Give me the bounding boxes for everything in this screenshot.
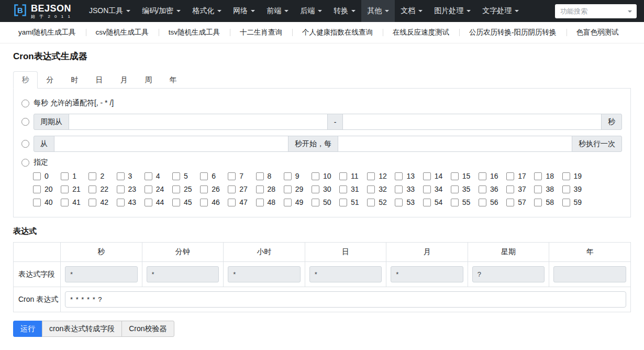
second-checkbox[interactable]	[228, 172, 236, 180]
second-checkbox-item[interactable]: 4	[145, 172, 172, 180]
second-checkbox-item[interactable]: 24	[145, 185, 172, 193]
second-checkbox-item[interactable]: 41	[61, 198, 88, 206]
second-checkbox-item[interactable]: 39	[562, 185, 590, 193]
second-checkbox-item[interactable]: 36	[479, 185, 506, 193]
second-checkbox-item[interactable]: 30	[312, 185, 339, 193]
second-checkbox-item[interactable]: 46	[200, 198, 228, 206]
second-checkbox-item[interactable]: 38	[534, 185, 562, 193]
second-checkbox[interactable]	[200, 185, 208, 193]
quick-link-color-blind-test[interactable]: 色盲色弱测试	[567, 28, 629, 37]
nav-item-backend[interactable]: 后端	[294, 0, 328, 22]
second-checkbox-item[interactable]: 28	[256, 185, 284, 193]
second-checkbox-item[interactable]: 50	[312, 198, 339, 206]
second-checkbox-item[interactable]: 44	[145, 198, 172, 206]
search-input[interactable]	[555, 4, 637, 18]
second-checkbox-item[interactable]: 56	[479, 198, 506, 206]
second-checkbox[interactable]	[367, 185, 375, 193]
second-checkbox-item[interactable]: 1	[61, 172, 88, 180]
field-day-input[interactable]	[309, 266, 382, 282]
nav-item-frontend[interactable]: 前端	[261, 0, 294, 22]
second-checkbox-item[interactable]: 55	[451, 198, 479, 206]
second-checkbox[interactable]	[88, 172, 96, 180]
second-checkbox-item[interactable]: 3	[117, 172, 145, 180]
second-checkbox-item[interactable]: 10	[312, 172, 339, 180]
specify-radio[interactable]	[21, 159, 29, 167]
second-checkbox-item[interactable]: 8	[256, 172, 284, 180]
quick-link-health-index[interactable]: 个人健康指数在线查询	[292, 28, 383, 37]
second-checkbox[interactable]	[145, 172, 152, 180]
cron-to-fields-button[interactable]: cron表达式转成字段	[42, 321, 122, 337]
second-checkbox[interactable]	[423, 172, 431, 180]
chevron-down-icon[interactable]	[628, 10, 632, 13]
second-checkbox-item[interactable]: 9	[284, 172, 312, 180]
second-checkbox-item[interactable]: 11	[339, 172, 367, 180]
second-checkbox-item[interactable]: 57	[506, 198, 534, 206]
nav-item-other[interactable]: 其他	[361, 0, 395, 22]
field-minute-input[interactable]	[147, 266, 219, 282]
second-checkbox[interactable]	[451, 199, 459, 206]
second-checkbox[interactable]	[423, 185, 431, 193]
second-checkbox-item[interactable]: 34	[423, 185, 451, 193]
run-button[interactable]: 运行	[13, 321, 42, 337]
second-checkbox-item[interactable]: 47	[228, 198, 256, 206]
second-checkbox[interactable]	[172, 172, 180, 180]
second-checkbox[interactable]	[61, 172, 69, 180]
second-checkbox[interactable]	[228, 185, 236, 193]
second-checkbox[interactable]	[534, 172, 542, 180]
second-checkbox-item[interactable]: 51	[339, 198, 367, 206]
second-checkbox-item[interactable]: 27	[228, 185, 256, 193]
second-checkbox-item[interactable]: 22	[88, 185, 116, 193]
cycle-radio[interactable]	[21, 118, 29, 126]
quick-link-csv[interactable]: csv随机生成工具	[86, 28, 159, 37]
second-checkbox-item[interactable]: 59	[562, 198, 590, 206]
nav-item-image-processing[interactable]: 图片处理	[428, 0, 476, 22]
tab-year[interactable]: 年	[161, 71, 185, 89]
field-month-input[interactable]	[391, 266, 463, 282]
interval-start-input[interactable]	[54, 136, 288, 152]
second-checkbox[interactable]	[145, 185, 152, 193]
second-checkbox[interactable]	[284, 172, 292, 180]
second-checkbox[interactable]	[33, 185, 41, 193]
second-checkbox[interactable]	[172, 199, 180, 206]
quick-link-reaction-test[interactable]: 在线反应速度测试	[383, 28, 459, 37]
second-checkbox-item[interactable]: 14	[423, 172, 451, 180]
second-checkbox-item[interactable]: 17	[506, 172, 534, 180]
second-checkbox[interactable]	[284, 185, 292, 193]
second-checkbox[interactable]	[562, 172, 570, 180]
second-checkbox-item[interactable]: 29	[284, 185, 312, 193]
second-checkbox-item[interactable]: 52	[367, 198, 395, 206]
quick-link-tsv[interactable]: tsv随机生成工具	[159, 28, 230, 37]
second-checkbox[interactable]	[312, 199, 319, 206]
second-checkbox[interactable]	[33, 172, 41, 180]
second-checkbox-item[interactable]: 0	[33, 172, 61, 180]
second-checkbox[interactable]	[200, 199, 208, 206]
nav-item-docs[interactable]: 文档	[395, 0, 428, 22]
second-checkbox[interactable]	[117, 185, 125, 193]
second-checkbox-item[interactable]: 58	[534, 198, 562, 206]
second-checkbox-item[interactable]: 45	[172, 198, 200, 206]
second-checkbox[interactable]	[451, 172, 459, 180]
tab-minute[interactable]: 分	[38, 71, 62, 89]
second-checkbox-item[interactable]: 25	[172, 185, 200, 193]
second-checkbox-item[interactable]: 33	[395, 185, 423, 193]
second-checkbox-item[interactable]: 23	[117, 185, 145, 193]
second-checkbox[interactable]	[61, 185, 69, 193]
second-checkbox[interactable]	[562, 199, 570, 206]
second-checkbox[interactable]	[256, 185, 264, 193]
second-checkbox-item[interactable]: 26	[200, 185, 228, 193]
second-checkbox[interactable]	[145, 199, 152, 206]
second-checkbox[interactable]	[200, 172, 208, 180]
second-checkbox[interactable]	[395, 185, 403, 193]
second-checkbox[interactable]	[506, 185, 514, 193]
second-checkbox[interactable]	[534, 185, 542, 193]
nav-item-text-processing[interactable]: 文字处理	[476, 0, 525, 22]
second-checkbox[interactable]	[367, 172, 375, 180]
second-checkbox[interactable]	[339, 172, 347, 180]
second-checkbox[interactable]	[479, 185, 486, 193]
second-checkbox[interactable]	[117, 172, 125, 180]
second-checkbox-item[interactable]: 5	[172, 172, 200, 180]
second-checkbox[interactable]	[228, 199, 236, 206]
cycle-end-input[interactable]	[342, 114, 602, 130]
second-checkbox[interactable]	[117, 199, 125, 206]
second-checkbox-item[interactable]: 6	[200, 172, 228, 180]
